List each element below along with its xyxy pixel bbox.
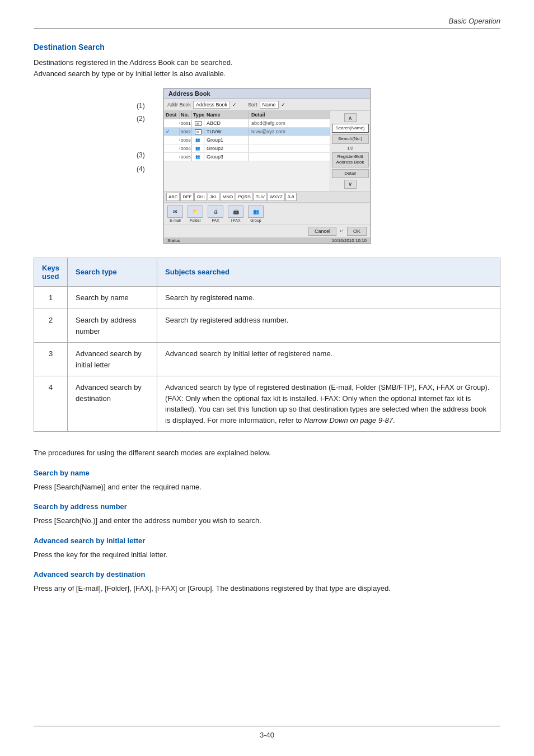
email-dest-label: E-mail	[170, 218, 181, 222]
search-type-2: Search by address number	[68, 309, 157, 343]
search-name-button[interactable]: Search(Name)	[332, 124, 369, 133]
table-row[interactable]: 0004 👥 Group2	[164, 144, 330, 153]
table-row[interactable]: ✓ 0002 ✉ TUVW tuvw@xyz.com	[164, 128, 330, 136]
alpha-09[interactable]: 0-9	[285, 193, 297, 201]
subjects-1: Search by registered name.	[157, 286, 500, 309]
alpha-row: ABC DEF GHI JKL MNO PQRS TUV WXYZ 0-9	[164, 191, 370, 203]
section-title: Destination Search	[34, 43, 500, 52]
addr-book-rows: 0001 ✉ ABCD abcd@efg.com ✓ 0002 ✉ TUVW t…	[164, 119, 330, 161]
fax-dest-icon: 🖨	[208, 206, 223, 218]
callout-label-2: (2)	[137, 113, 145, 124]
bottom-area: 3-40	[0, 726, 534, 739]
col-dest-header: Dest	[164, 111, 180, 119]
folder-dest-button[interactable]: 📁 Folder	[188, 206, 203, 222]
search-type-table: Keys used Search type Subjects searched …	[34, 258, 500, 432]
table-row: 2 Search by address number Search by reg…	[34, 309, 500, 343]
key-2: 2	[34, 309, 68, 343]
email-icon: ✉	[195, 129, 202, 134]
subsection-title-4: Advanced search by destination	[34, 570, 500, 578]
status-bar: Status 10/10/2010 10:10	[164, 237, 370, 244]
detail-button[interactable]: Detail	[332, 169, 369, 178]
alpha-mno[interactable]: MNO	[220, 193, 235, 201]
scroll-down-button[interactable]: ∨	[344, 180, 357, 189]
table-row: 4 Advanced search by destination Advance…	[34, 376, 500, 432]
col-detail-header: Detail	[249, 111, 330, 119]
subsection-body-4: Press any of [E-mail], [Folder], [FAX], …	[34, 583, 500, 594]
group-dest-icon: 👥	[248, 206, 264, 218]
subsection-body-3: Press the key for the required initial l…	[34, 549, 500, 561]
subjects-3: Advanced search by initial letter of reg…	[157, 343, 500, 376]
folder-dest-icon: 📁	[188, 206, 203, 218]
alpha-jkl[interactable]: JKL	[208, 193, 220, 201]
group-icon: 👥	[195, 137, 202, 143]
icon-row: ✉ E-mail 📁 Folder 🖨 FAX 📠 i-FAX	[164, 203, 370, 225]
table-row[interactable]: 0001 ✉ ABCD abcd@efg.com	[164, 119, 330, 128]
alpha-def[interactable]: DEF	[180, 193, 194, 201]
addr-book-main: Dest No. Type Name Detail 0001 ✉	[164, 111, 370, 191]
search-type-4: Advanced search by destination	[68, 376, 157, 432]
header-title: Basic Operation	[449, 17, 501, 25]
ifax-dest-button[interactable]: 📠 i-FAX	[228, 206, 243, 222]
top-header: Basic Operation	[34, 17, 500, 29]
table-row[interactable]: 0005 👥 Group3	[164, 153, 330, 161]
search-type-1: Search by name	[68, 286, 157, 309]
table-header-subjects: Subjects searched	[157, 258, 500, 286]
status-text: Status	[167, 238, 180, 243]
alpha-wxyz[interactable]: WXYZ	[268, 193, 285, 201]
folder-dest-label: Folder	[190, 218, 201, 222]
address-book-diagram: (1) (2) (3) (4) Address Book Addr Book A…	[34, 88, 500, 244]
col-type-header: Type	[192, 111, 204, 119]
subsection-title-2: Search by address number	[34, 502, 500, 511]
register-edit-button[interactable]: Register/Edit Address Book	[332, 152, 369, 167]
addr-book-toolbar: Addr Book Address Book ✓ Sort Name ✓	[164, 99, 370, 111]
email-dest-icon: ✉	[167, 206, 183, 218]
table-row: 3 Advanced search by initial letter Adva…	[34, 343, 500, 376]
ifax-dest-label: i-FAX	[231, 218, 240, 222]
group-dest-button[interactable]: 👥 Group	[248, 206, 264, 222]
addr-book-titlebar: Address Book	[164, 88, 370, 99]
intro-paragraph: Destinations registered in the Address B…	[34, 57, 500, 79]
alpha-tuv[interactable]: TUV	[254, 193, 267, 201]
addr-book-list: Dest No. Type Name Detail 0001 ✉	[164, 111, 330, 191]
table-header-search-type: Search type	[68, 258, 157, 286]
subjects-2: Search by registered address number.	[157, 309, 500, 343]
email-dest-button[interactable]: ✉ E-mail	[167, 206, 183, 222]
col-headers: Dest No. Type Name Detail	[164, 111, 330, 119]
page-container: Basic Operation Destination Search Desti…	[0, 0, 534, 756]
datetime-text: 10/10/2010 10:10	[332, 238, 367, 243]
key-1: 1	[34, 286, 68, 309]
addr-book-select[interactable]: Address Book	[193, 101, 230, 109]
search-no-button[interactable]: Search(No.)	[332, 134, 369, 143]
cancel-button[interactable]: Cancel	[308, 227, 336, 236]
sort-select[interactable]: Name	[260, 101, 279, 109]
alpha-ghi[interactable]: GHI	[194, 193, 207, 201]
sort-label: Sort	[248, 102, 257, 108]
group-icon: 👥	[195, 146, 202, 151]
subsection-title-1: Search by name	[34, 469, 500, 477]
alpha-abc[interactable]: ABC	[166, 193, 180, 201]
table-header-keys: Keys used	[34, 258, 68, 286]
scroll-up-button[interactable]: ∧	[344, 113, 357, 122]
subsection-body-1: Press [Search(Name)] and enter the requi…	[34, 482, 500, 493]
col-no-header: No.	[180, 111, 192, 119]
ok-button[interactable]: OK	[347, 227, 367, 236]
address-book-mockup: Address Book Addr Book Address Book ✓ So…	[163, 88, 371, 244]
table-row[interactable]: 0003 👥 Group1	[164, 136, 330, 144]
alpha-pqrs[interactable]: PQRS	[236, 193, 253, 201]
fax-dest-button[interactable]: 🖨 FAX	[208, 206, 223, 222]
addr-book-label: Addr Book	[167, 102, 191, 108]
page-number: 3-40	[34, 731, 500, 739]
subsection-body-2: Press [Search(No.)] and enter the addres…	[34, 515, 500, 526]
intro-line1: Destinations registered in the Address B…	[34, 58, 233, 67]
fax-dest-label: FAX	[212, 218, 219, 222]
callout-label-3: (3)	[137, 149, 145, 161]
search-type-3: Advanced search by initial letter	[68, 343, 157, 376]
callout-label-1: (1)	[137, 100, 145, 111]
cancel-ok-row: Cancel ↵ OK	[164, 225, 370, 237]
bottom-line	[34, 726, 500, 726]
procedures-text: The procedures for using the different s…	[34, 447, 500, 459]
callout-label-4: (4)	[137, 163, 145, 175]
page-indicator: 1/2	[347, 146, 353, 151]
group-icon: 👥	[195, 154, 202, 160]
group-dest-label: Group	[250, 218, 261, 222]
